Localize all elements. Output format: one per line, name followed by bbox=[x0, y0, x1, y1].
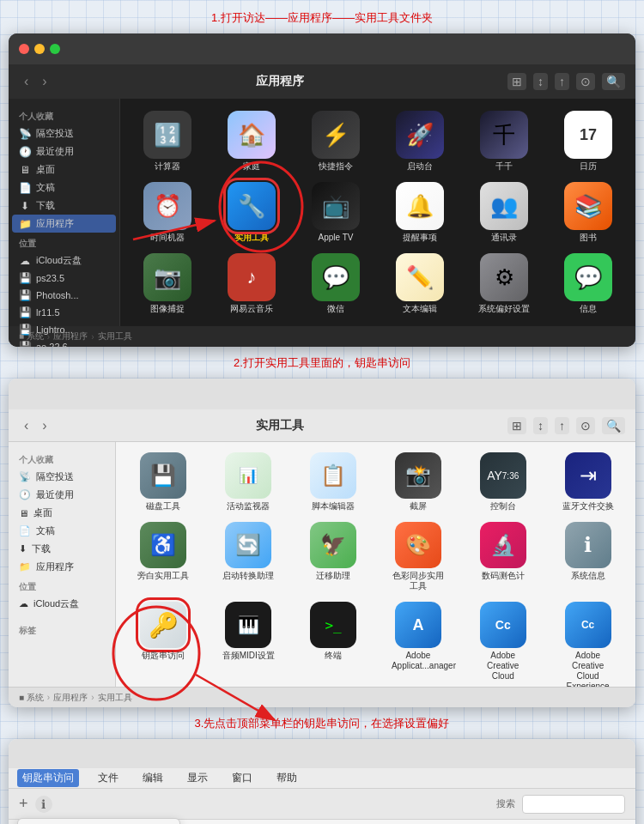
app-timemachine[interactable]: ⏰ 时间机器 bbox=[127, 179, 208, 246]
app-name-textedit: 文本编辑 bbox=[403, 304, 437, 314]
toolbar-add-icon[interactable]: + bbox=[19, 795, 28, 813]
docs-icon-1: 📄 bbox=[19, 182, 31, 194]
menu-view[interactable]: 显示 bbox=[182, 769, 213, 787]
app-calendar[interactable]: 17 日历 bbox=[548, 107, 629, 175]
app-name-script-editor: 脚本编辑器 bbox=[312, 501, 355, 512]
app-books[interactable]: 📚 图书 bbox=[548, 179, 629, 246]
window1-wrapper: ‹ › 应用程序 ⊞ ↕ ↑ ⊙ 🔍 个人收藏 📡 bbox=[9, 33, 635, 347]
app-icon-adobe-cce: Cc bbox=[565, 602, 611, 648]
app-audiomidi[interactable]: 🎹 音频MIDI设置 bbox=[208, 598, 289, 687]
back-button-2[interactable]: ‹ bbox=[19, 416, 33, 435]
app-contacts[interactable]: 👥 通讯录 bbox=[464, 179, 544, 246]
app-wechat[interactable]: 💬 微信 bbox=[295, 250, 376, 318]
sidebar-item-lr-1[interactable]: 💾 lr11.5 bbox=[9, 304, 119, 321]
actions-icon-1[interactable]: ⊙ bbox=[576, 73, 595, 90]
titlebar-2 bbox=[9, 379, 635, 409]
app-activity-monitor[interactable]: 📊 活动监视器 bbox=[208, 449, 289, 515]
app-qiannian[interactable]: 千 千千 bbox=[464, 107, 544, 175]
sidebar-item-docs-2[interactable]: 📄文稿 bbox=[9, 522, 115, 540]
keychain-menubar: 钥匙串访问 文件 编辑 显示 窗口 帮助 bbox=[9, 768, 635, 789]
app-icon-messages: 💬 bbox=[564, 253, 612, 301]
app-bootcamp[interactable]: 🔄 启动转换助理 bbox=[208, 518, 289, 595]
keychain-search-input[interactable] bbox=[522, 795, 625, 814]
sidebar-item-docs-1[interactable]: 📄 文稿 bbox=[9, 179, 119, 197]
share-icon-1[interactable]: ↑ bbox=[555, 73, 569, 90]
back-button-1[interactable]: ‹ bbox=[19, 72, 33, 91]
app-screenshot[interactable]: 📸 截屏 bbox=[378, 449, 459, 515]
sidebar-item-icloud-2[interactable]: ☁iCloud云盘 bbox=[9, 595, 115, 613]
app-console[interactable]: AY7:36 控制台 bbox=[462, 449, 544, 515]
menu-window[interactable]: 窗口 bbox=[227, 769, 258, 787]
app-adobe-cc[interactable]: Cc Adobe Creative Cloud bbox=[462, 598, 544, 687]
sidebar-1: 个人收藏 📡 隔空投送 🕐 最近使用 🖥 桌面 📄 bbox=[9, 99, 120, 326]
search-icon-1[interactable]: 🔍 bbox=[602, 73, 625, 90]
sort-icon-2[interactable]: ↕ bbox=[533, 417, 548, 434]
app-icon-voiceover: ♿ bbox=[140, 522, 186, 568]
toolbar-info-icon[interactable]: ℹ bbox=[35, 796, 52, 813]
app-messages[interactable]: 💬 信息 bbox=[548, 250, 629, 318]
app-reminders[interactable]: 🔔 提醒事项 bbox=[380, 179, 460, 246]
app-colorsync[interactable]: 🎨 色彩同步实用工具 bbox=[378, 518, 459, 595]
minimize-button-1[interactable] bbox=[34, 44, 45, 54]
app-utility[interactable]: 🔧 实用工具 bbox=[211, 179, 292, 246]
app-disk-utility[interactable]: 💾 磁盘工具 bbox=[123, 449, 204, 515]
sidebar-item-apps-1[interactable]: 📁 应用程序 bbox=[12, 215, 116, 233]
finder-window-2: ‹ › 实用工具 ⊞ ↕ ↑ ⊙ 🔍 个人收藏 📡隔空投送 bbox=[9, 379, 635, 707]
app-bluetooth[interactable]: ⇥ 蓝牙文件交换 bbox=[547, 449, 629, 515]
app-shortcuts[interactable]: ⚡ 快捷指令 bbox=[295, 107, 376, 175]
app-voiceover[interactable]: ♿ 旁白实用工具 bbox=[123, 518, 204, 595]
share-icon-2[interactable]: ↑ bbox=[555, 417, 569, 434]
forward-button-1[interactable]: › bbox=[37, 72, 52, 91]
app-name-adobe-cc: Adobe Creative Cloud bbox=[477, 651, 530, 682]
app-adobe-manager[interactable]: A Adobe Applicat...anager bbox=[378, 598, 459, 687]
app-launchpad[interactable]: 🚀 启动台 bbox=[380, 107, 460, 175]
app-adobe-cce[interactable]: Cc Adobe Creative Cloud Experience bbox=[547, 598, 629, 687]
sidebar-item-airdrop-1[interactable]: 📡 隔空投送 bbox=[9, 124, 119, 142]
app-name-activity-monitor: 活动监视器 bbox=[227, 501, 270, 512]
menu-edit[interactable]: 编辑 bbox=[137, 769, 168, 787]
app-icon-adobe-manager: A bbox=[395, 602, 441, 648]
sidebar-item-recents-2[interactable]: 🕐最近使用 bbox=[9, 486, 115, 504]
view-icon-1[interactable]: ⊞ bbox=[507, 73, 526, 90]
sidebar-item-icloud-1[interactable]: ☁ iCloud云盘 bbox=[9, 251, 119, 270]
app-name-sysinfo: 系统信息 bbox=[571, 571, 605, 581]
close-button-1[interactable] bbox=[19, 44, 29, 54]
menu-file[interactable]: 文件 bbox=[93, 769, 124, 787]
forward-button-2[interactable]: › bbox=[37, 416, 52, 435]
sidebar-item-airdrop-2[interactable]: 📡隔空投送 bbox=[9, 468, 115, 486]
app-calculator[interactable]: 🔢 计算器 bbox=[127, 107, 208, 175]
icloud-icon-1: ☁ bbox=[19, 255, 31, 267]
app-digital-color[interactable]: 🔬 数码测色计 bbox=[462, 518, 544, 595]
actions-icon-2[interactable]: ⊙ bbox=[576, 417, 595, 434]
sidebar-item-recents-1[interactable]: 🕐 最近使用 bbox=[9, 142, 119, 161]
sidebar-item-desktop-1[interactable]: 🖥 桌面 bbox=[9, 161, 119, 179]
app-sysinfo[interactable]: ℹ 系统信息 bbox=[547, 518, 629, 595]
app-netease[interactable]: ♪ 网易云音乐 bbox=[211, 250, 292, 318]
app-home[interactable]: 🏠 家庭 bbox=[211, 107, 292, 175]
menu-help[interactable]: 帮助 bbox=[271, 769, 302, 787]
app-icon-bootcamp: 🔄 bbox=[225, 522, 271, 568]
sidebar-item-photoshop-1[interactable]: 💾 Photosh... bbox=[9, 287, 119, 304]
menu-item-about[interactable]: 关于钥匙串访问 bbox=[18, 819, 179, 824]
app-migration[interactable]: 🦅 迁移助理 bbox=[293, 518, 374, 595]
app-keychain[interactable]: 🔑 钥匙串访问 bbox=[123, 598, 204, 687]
app-textedit[interactable]: ✏️ 文本编辑 bbox=[380, 250, 460, 318]
sidebar-item-ps-1[interactable]: 💾 ps23.5 bbox=[9, 270, 119, 287]
sidebar-item-desktop-2[interactable]: 🖥桌面 bbox=[9, 504, 115, 522]
app-imagecapture[interactable]: 📷 图像捕捉 bbox=[127, 250, 208, 318]
app-sysprefs[interactable]: ⚙ 系统偏好设置 bbox=[464, 250, 544, 318]
view-icon-2[interactable]: ⊞ bbox=[507, 417, 526, 434]
search-icon-2[interactable]: 🔍 bbox=[602, 417, 625, 434]
menu-keychain-access[interactable]: 钥匙串访问 bbox=[17, 769, 79, 787]
sidebar-item-downloads-2[interactable]: ⬇下载 bbox=[9, 540, 115, 558]
app-name-sysprefs: 系统偏好设置 bbox=[478, 304, 530, 314]
sort-icon-1[interactable]: ↕ bbox=[533, 73, 548, 90]
app-terminal[interactable]: >_ 终端 bbox=[293, 598, 374, 687]
sidebar-item-downloads-1[interactable]: ⬇ 下载 bbox=[9, 197, 119, 215]
maximize-button-1[interactable] bbox=[50, 44, 60, 54]
app-appletv[interactable]: 📺 Apple TV bbox=[295, 179, 376, 246]
sidebar-item-apps-2[interactable]: 📁应用程序 bbox=[9, 558, 115, 576]
app-icon-activity-monitor: 📊 bbox=[225, 452, 271, 499]
app-script-editor[interactable]: 📋 脚本编辑器 bbox=[293, 449, 374, 515]
titlebar-1 bbox=[9, 33, 635, 64]
